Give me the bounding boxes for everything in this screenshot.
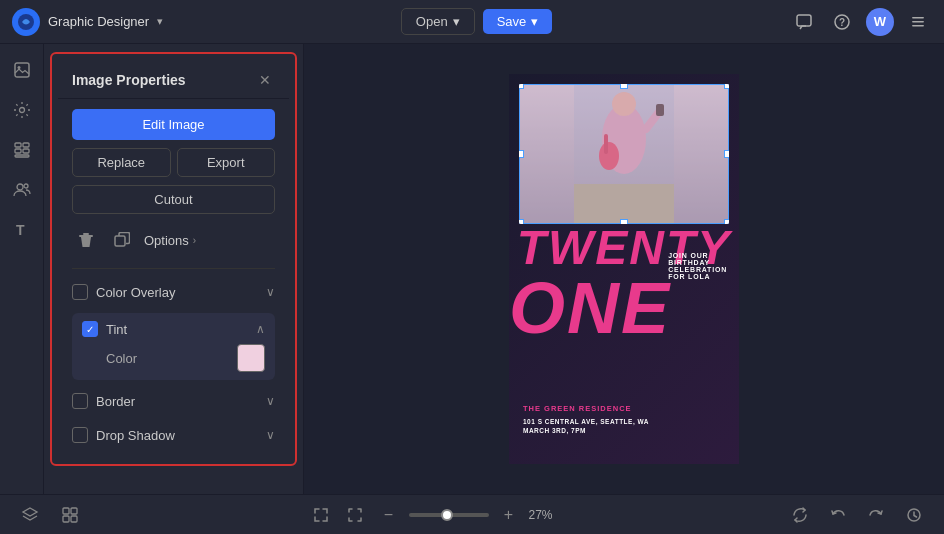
bottom-right: [786, 501, 928, 529]
comment-icon-button[interactable]: [790, 8, 818, 36]
svg-rect-7: [15, 63, 29, 77]
divider1: [72, 268, 275, 269]
canvas-area[interactable]: TWENTY JOIN OUR BIRTHDAY CELEBRATION FOR…: [304, 44, 944, 494]
main-area: T Image Properties ✕ Edit Image Replace …: [0, 44, 944, 494]
tint-checkbox[interactable]: [82, 321, 98, 337]
svg-text:T: T: [16, 222, 25, 238]
svg-rect-19: [79, 235, 93, 237]
poster-info: THE GREEN RESIDENCE 101 S CENTRAL AVE, S…: [523, 404, 725, 434]
zoom-thumb[interactable]: [441, 509, 453, 521]
undo-button[interactable]: [824, 501, 852, 529]
sidebar-icon-settings[interactable]: [4, 92, 40, 128]
poster-venue: THE GREEN RESIDENCE: [523, 404, 725, 413]
svg-point-15: [17, 184, 23, 190]
drop-shadow-expand[interactable]: ∨: [266, 428, 275, 442]
svg-point-16: [24, 184, 28, 188]
poster-title-one: ONE: [509, 272, 649, 344]
svg-rect-13: [23, 149, 29, 153]
tint-section: Tint ∧ Color: [72, 313, 275, 380]
border-expand[interactable]: ∨: [266, 394, 275, 408]
svg-rect-10: [15, 143, 21, 147]
color-overlay-checkbox[interactable]: [72, 284, 88, 300]
svg-rect-31: [63, 516, 69, 522]
drop-shadow-label: Drop Shadow: [96, 428, 175, 443]
export-button[interactable]: Export: [177, 148, 276, 177]
panel-body: Edit Image Replace Export Cutout: [58, 99, 289, 458]
poster: TWENTY JOIN OUR BIRTHDAY CELEBRATION FOR…: [509, 74, 739, 464]
drop-shadow-row: Drop Shadow ∨: [72, 422, 275, 448]
zoom-out-button[interactable]: −: [375, 501, 403, 529]
icon-sidebar: T: [0, 44, 44, 494]
poster-photo[interactable]: [519, 84, 729, 224]
expand-button[interactable]: [307, 501, 335, 529]
svg-point-9: [19, 108, 24, 113]
subtitle-line3: CELEBRATION: [668, 266, 727, 273]
color-overlay-expand[interactable]: ∨: [266, 285, 275, 299]
svg-rect-6: [912, 25, 924, 27]
layers-button[interactable]: [16, 501, 44, 529]
history-button[interactable]: [900, 501, 928, 529]
tint-color-swatch[interactable]: [237, 344, 265, 372]
svg-text:?: ?: [839, 17, 845, 28]
poster-address2: MARCH 3RD, 7PM: [523, 427, 725, 434]
options-button[interactable]: Options ›: [144, 233, 275, 248]
subtitle-line4: FOR LOLA: [668, 273, 727, 280]
svg-rect-18: [83, 233, 89, 235]
topbar: Graphic Designer ▾ Open ▾ Save ▾ ? W: [0, 0, 944, 44]
sidebar-icon-users[interactable]: [4, 172, 40, 208]
help-icon-button[interactable]: ?: [828, 8, 856, 36]
redo-button[interactable]: [862, 501, 890, 529]
subtitle-line2: BIRTHDAY: [668, 259, 727, 266]
open-button[interactable]: Open ▾: [401, 8, 475, 35]
replace-export-row: Replace Export: [72, 148, 275, 177]
grid-button[interactable]: [56, 501, 84, 529]
topbar-center: Open ▾ Save ▾: [401, 8, 552, 35]
color-overlay-label: Color Overlay: [96, 285, 175, 300]
sidebar-icon-image[interactable]: [4, 52, 40, 88]
replace-button[interactable]: Replace: [72, 148, 171, 177]
svg-rect-14: [15, 155, 29, 157]
svg-rect-30: [71, 508, 77, 514]
svg-rect-4: [912, 17, 924, 19]
svg-rect-1: [797, 15, 811, 26]
sidebar-icon-text[interactable]: T: [4, 212, 40, 248]
edit-image-button[interactable]: Edit Image: [72, 109, 275, 140]
svg-rect-20: [115, 236, 125, 246]
svg-rect-29: [63, 508, 69, 514]
zoom-percent: 27%: [529, 508, 564, 522]
refresh-button[interactable]: [786, 501, 814, 529]
properties-panel: Image Properties ✕ Edit Image Replace Ex…: [44, 44, 304, 494]
fit-button[interactable]: [341, 501, 369, 529]
tint-label: Tint: [106, 322, 127, 337]
app-logo: [12, 8, 40, 36]
bottombar: − + 27%: [0, 494, 944, 534]
app-name: Graphic Designer: [48, 14, 149, 29]
delete-button[interactable]: [72, 226, 100, 254]
close-panel-button[interactable]: ✕: [255, 70, 275, 90]
svg-rect-11: [23, 143, 29, 147]
svg-rect-32: [71, 516, 77, 522]
action-row: Options ›: [72, 222, 275, 258]
poster-address1: 101 S CENTRAL AVE, SEATTLE, WA: [523, 417, 725, 427]
cutout-button[interactable]: Cutout: [72, 185, 275, 214]
topbar-more-button[interactable]: [904, 8, 932, 36]
border-checkbox[interactable]: [72, 393, 88, 409]
border-row: Border ∨: [72, 388, 275, 414]
poster-subtitle: JOIN OUR BIRTHDAY CELEBRATION FOR LOLA: [668, 252, 727, 280]
svg-rect-5: [912, 21, 924, 23]
zoom-track: [409, 513, 489, 517]
topbar-right: ? W: [790, 8, 932, 36]
sidebar-icon-grid[interactable]: [4, 132, 40, 168]
duplicate-button[interactable]: [108, 226, 136, 254]
drop-shadow-checkbox[interactable]: [72, 427, 88, 443]
avatar: W: [866, 8, 894, 36]
subtitle-line1: JOIN OUR: [668, 252, 727, 259]
topbar-left: Graphic Designer ▾: [12, 8, 163, 36]
save-button[interactable]: Save ▾: [483, 9, 553, 34]
zoom-in-button[interactable]: +: [495, 501, 523, 529]
panel-header: Image Properties ✕: [58, 60, 289, 99]
tint-collapse[interactable]: ∧: [256, 322, 265, 336]
tint-header: Tint ∧: [82, 319, 265, 339]
app-name-chevron[interactable]: ▾: [157, 15, 163, 28]
tint-color-label: Color: [106, 351, 137, 366]
